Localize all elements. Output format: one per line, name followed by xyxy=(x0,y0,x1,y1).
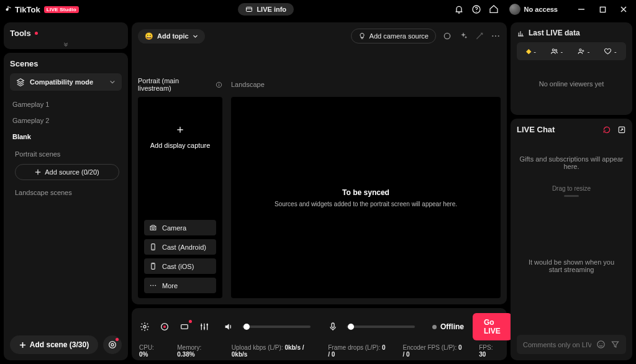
svg-point-33 xyxy=(579,49,581,51)
more-icon xyxy=(149,281,157,289)
option-cast-android[interactable]: Cast (Android) xyxy=(144,239,216,255)
wand-icon[interactable] xyxy=(475,31,484,41)
layers-icon xyxy=(16,78,25,86)
svg-rect-5 xyxy=(600,7,605,12)
window-minimize-button[interactable] xyxy=(573,2,590,16)
add-display-capture-button[interactable]: ＋ Add display capture xyxy=(150,122,211,149)
window-maximize-button[interactable] xyxy=(594,2,611,16)
cycle-icon[interactable] xyxy=(602,125,611,134)
home-icon[interactable] xyxy=(488,4,499,15)
drag-resize-label: Drag to resize xyxy=(552,185,591,192)
option-more[interactable]: More xyxy=(144,278,216,293)
more-icon[interactable] xyxy=(491,31,501,41)
portrait-stage-label: Portrait (main livestream) xyxy=(138,77,222,92)
bell-icon[interactable] xyxy=(453,4,465,15)
window-close-button[interactable] xyxy=(615,2,632,16)
sparkle-icon[interactable] xyxy=(458,31,468,41)
help-icon[interactable] xyxy=(471,4,482,15)
user-plus-icon xyxy=(577,47,585,55)
last-live-panel: Last LIVE data ◆ - - - - xyxy=(511,22,632,115)
option-cast-ios[interactable]: Cast (iOS) xyxy=(144,258,216,274)
titlebar-right: No access xyxy=(453,2,632,16)
plus-icon: ＋ xyxy=(175,122,186,137)
titlebar: TikTok LIVE Studio LIVE info No access xyxy=(0,0,636,19)
target-icon xyxy=(107,340,117,350)
last-live-metrics: ◆ - - - - xyxy=(517,42,626,60)
portrait-stage[interactable]: ＋ Add display capture Camera Cast (Andro… xyxy=(138,97,222,298)
stream-status: Offline xyxy=(432,322,464,331)
add-camera-source-button[interactable]: Add camera source xyxy=(351,29,436,43)
svg-point-3 xyxy=(476,11,476,12)
diamond-icon: ◆ xyxy=(526,47,531,55)
svg-point-17 xyxy=(153,248,153,249)
scene-mode-select[interactable]: Compatibility mode xyxy=(10,73,122,91)
output-volume-slider[interactable] xyxy=(242,325,311,328)
chat-gifts-info: Gifts and subscriptions will appear here… xyxy=(517,155,626,170)
add-topic-button[interactable]: 😀 Add topic xyxy=(138,29,205,43)
svg-point-9 xyxy=(492,35,493,37)
alert-dot xyxy=(116,338,119,341)
chat-title: LIVE Chat xyxy=(517,125,555,134)
svg-point-27 xyxy=(201,325,202,327)
scenes-panel: Scenes Compatibility mode Gameplay 1 Gam… xyxy=(4,53,128,360)
settings-icon[interactable] xyxy=(139,321,150,332)
svg-point-35 xyxy=(597,341,604,348)
mic-volume-slider[interactable] xyxy=(347,325,415,328)
stage-panel: 😀 Add topic Add camera source xyxy=(132,22,507,304)
chevron-down-icon xyxy=(193,34,198,39)
svg-point-20 xyxy=(150,285,152,286)
svg-point-23 xyxy=(143,325,146,328)
svg-point-37 xyxy=(602,344,602,344)
svg-rect-30 xyxy=(332,323,334,327)
emoji-icon[interactable] xyxy=(596,340,606,349)
option-camera[interactable]: Camera xyxy=(144,220,216,235)
username: No access xyxy=(524,6,558,13)
popout-icon[interactable] xyxy=(617,125,626,134)
add-scene-button[interactable]: Add scene (3/30) xyxy=(10,335,98,354)
speaker-icon[interactable] xyxy=(224,321,234,332)
landscape-stage[interactable]: To be synced Sources and widgets added t… xyxy=(231,97,501,298)
svg-point-22 xyxy=(155,285,156,286)
alert-dot xyxy=(189,320,192,323)
live-info-button[interactable]: LIVE info xyxy=(238,3,294,16)
scene-settings-button[interactable] xyxy=(103,335,122,354)
scene-item-active[interactable]: Blank xyxy=(10,129,122,144)
tools-collapse-toggle[interactable] xyxy=(10,42,122,47)
metric-viewers: - xyxy=(550,47,563,55)
filter-icon[interactable] xyxy=(611,340,620,349)
chat-empty-state: It would be shown when you start streami… xyxy=(517,258,626,273)
status-dot-icon xyxy=(432,325,437,329)
drag-resize-handle[interactable] xyxy=(564,195,579,197)
landscape-sync-subtitle: Sources and widgets added to the portrai… xyxy=(275,201,457,207)
clip-icon[interactable] xyxy=(179,321,190,332)
svg-rect-0 xyxy=(247,7,252,12)
plus-icon xyxy=(19,342,26,348)
svg-point-6 xyxy=(109,342,116,348)
user-menu[interactable]: No access xyxy=(506,2,561,16)
svg-point-28 xyxy=(204,327,206,329)
ring-icon[interactable] xyxy=(442,31,452,41)
add-scene-label: Add scene (3/30) xyxy=(30,340,89,349)
tiktok-note-icon xyxy=(4,5,12,14)
svg-point-14 xyxy=(219,83,219,83)
scenes-title: Scenes xyxy=(10,59,122,68)
add-source-button[interactable]: Add source (0/20) xyxy=(15,164,119,180)
tools-alert-dot xyxy=(35,32,38,35)
scene-item[interactable]: Gameplay 1 xyxy=(10,97,122,112)
go-live-button[interactable]: Go LIVE xyxy=(473,313,512,340)
heart-icon xyxy=(604,47,612,55)
metric-followers: - xyxy=(577,47,590,55)
chat-input[interactable]: Comments only on LIVE xyxy=(517,335,626,354)
scene-item[interactable]: Gameplay 2 xyxy=(10,113,122,128)
scene-list: Gameplay 1 Gameplay 2 Blank xyxy=(10,97,122,144)
scene-mode-label: Compatibility mode xyxy=(30,78,93,86)
svg-point-36 xyxy=(599,344,600,344)
people-icon xyxy=(550,47,558,55)
microphone-icon[interactable] xyxy=(328,321,338,332)
svg-point-32 xyxy=(555,50,556,52)
card-icon xyxy=(245,6,253,13)
info-icon[interactable] xyxy=(216,81,222,88)
record-icon[interactable] xyxy=(159,321,170,332)
mixer-icon[interactable] xyxy=(199,321,210,332)
transport-stats: CPU: 0% Memory: 0.38% Upload kbps (L/P):… xyxy=(139,344,499,358)
